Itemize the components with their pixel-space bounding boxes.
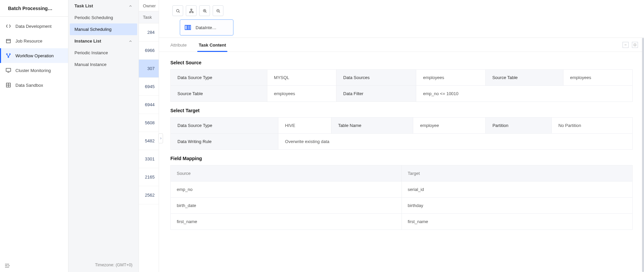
target-type-value: HIVE (278, 118, 331, 134)
write-rule-key: Data Writing Rule (171, 134, 278, 150)
write-rule-value: Overwrite existing data (278, 134, 632, 150)
task-row[interactable]: 2562 (139, 186, 159, 204)
primary-nav-item[interactable]: Cluster Monitoring (0, 63, 68, 78)
search-button[interactable] (172, 5, 183, 16)
primary-nav-item[interactable]: Data Sandbox (0, 78, 68, 92)
data-filter-key: Data Filter (336, 86, 416, 102)
svg-line-30 (219, 11, 220, 12)
data-sources-key: Data Sources (336, 70, 416, 86)
package-icon (5, 38, 11, 44)
primary-nav-label: Data Sandbox (15, 83, 43, 88)
select-target-table: Data Source Type HIVE Table Name employe… (170, 117, 633, 150)
svg-line-8 (8, 55, 10, 57)
primary-nav-item[interactable]: Workflow Operation (0, 48, 68, 63)
primary-nav-label: Cluster Monitoring (15, 68, 51, 73)
primary-nav-item[interactable]: Job Resource (0, 33, 68, 48)
detail-panel-actions (623, 42, 638, 48)
mapping-head-target: Target (401, 165, 633, 182)
sub-nav-group-title: Instance List (74, 39, 101, 44)
svg-rect-36 (634, 44, 636, 46)
task-row[interactable]: 6945 (139, 78, 159, 96)
data-filter-value: emp_no <= 10010 (416, 86, 633, 102)
svg-rect-20 (189, 12, 191, 13)
primary-sidebar: Batch Processing… Data DevelopmentJob Re… (0, 0, 68, 272)
sub-nav-group-title: Task List (74, 3, 93, 8)
task-row[interactable]: 5482 (139, 132, 159, 150)
collapse-sidebar-button[interactable] (4, 263, 10, 269)
sub-nav-item[interactable]: Manual Scheduling (70, 23, 137, 35)
field-mapping-heading: Field Mapping (170, 156, 633, 161)
mapping-row: emp_noserial_id (171, 182, 633, 198)
main-content: DataInte… AttributeTask Content Select S… (159, 0, 644, 272)
svg-point-17 (176, 9, 179, 12)
zoom-out-button[interactable] (213, 5, 223, 16)
source-type-value: MYSQL (267, 70, 336, 86)
task-row[interactable]: 6966 (139, 42, 159, 60)
svg-point-5 (9, 54, 10, 55)
partition-value: No Partition (551, 118, 632, 134)
detail-panel: AttributeTask Content Select Source Data… (159, 38, 644, 272)
column-task-label: Task (139, 11, 159, 23)
timezone-label: Timezone: (GMT+0) (68, 258, 139, 272)
primary-nav-label: Workflow Operation (15, 53, 54, 58)
task-row[interactable]: 5608 (139, 114, 159, 132)
code-brackets-icon (5, 23, 11, 29)
data-integration-icon (184, 24, 192, 31)
workflow-node[interactable]: DataInte… (180, 19, 233, 36)
mapping-target-cell: birthday (401, 198, 633, 214)
svg-rect-21 (192, 12, 193, 13)
svg-rect-34 (190, 25, 191, 30)
mapping-source-cell: emp_no (171, 182, 402, 198)
zoom-out-icon (216, 8, 221, 13)
tree-view-button[interactable] (186, 5, 197, 16)
canvas-toolbar (172, 5, 637, 16)
detail-tab[interactable]: Attribute (170, 38, 186, 52)
column-owner-label: Owner (143, 3, 156, 8)
workflow-node-label: DataInte… (196, 25, 216, 30)
sub-nav-item[interactable]: Manual Instance (68, 59, 139, 70)
mapping-row: first_namefirst_name (171, 214, 633, 230)
detail-tabs-bar: AttributeTask Content (159, 38, 644, 52)
svg-point-4 (6, 54, 7, 55)
mapping-source-cell: first_name (171, 214, 402, 230)
primary-nav-item[interactable]: Data Development (0, 19, 68, 33)
primary-nav-label: Data Development (15, 24, 52, 29)
zoom-in-icon (202, 8, 207, 13)
primary-nav: Data DevelopmentJob ResourceWorkflow Ope… (0, 17, 68, 272)
task-row[interactable]: 3301 (139, 150, 159, 168)
svg-rect-9 (6, 68, 11, 71)
primary-nav-label: Job Resource (15, 39, 42, 44)
task-row[interactable]: 6944 (139, 96, 159, 114)
task-id-column: Owner Task 28469663076945694456085482330… (139, 0, 159, 272)
task-row[interactable]: 307 (139, 60, 159, 78)
mapping-source-cell: birth_date (171, 198, 402, 214)
source-table-key: Source Table (485, 70, 563, 86)
sub-nav-group-header[interactable]: Task List (68, 0, 139, 12)
maximize-panel-icon[interactable] (632, 42, 638, 48)
monitor-icon (5, 67, 11, 73)
detail-tabs: AttributeTask Content (170, 38, 226, 52)
sub-nav-group-header[interactable]: Instance List (68, 35, 139, 47)
svg-rect-2 (6, 40, 10, 43)
detail-tab[interactable]: Task Content (199, 38, 226, 52)
task-row[interactable]: 284 (139, 23, 159, 42)
zoom-in-button[interactable] (199, 5, 210, 16)
svg-line-18 (178, 11, 179, 12)
task-row[interactable]: 2165 (139, 168, 159, 186)
sub-nav-item[interactable]: Periodic Instance (68, 47, 139, 59)
mapping-row: birth_datebirthday (171, 198, 633, 214)
workflow-canvas: DataInte… (159, 0, 644, 38)
sub-nav-item[interactable]: Periodic Scheduling (68, 12, 139, 23)
svg-line-26 (205, 11, 206, 12)
data-sources-value: employees (416, 70, 485, 86)
select-target-heading: Select Target (170, 108, 633, 113)
table-name-key: Table Name (331, 118, 413, 134)
workflow-icon (5, 53, 11, 59)
minimize-panel-icon[interactable] (623, 42, 629, 48)
vertical-scrollbar[interactable] (642, 38, 644, 272)
partition-key: Partition (486, 118, 552, 134)
svg-rect-19 (191, 9, 192, 10)
chevron-up-icon (128, 4, 132, 8)
select-source-heading: Select Source (170, 60, 633, 65)
mapping-head-source: Source (171, 165, 402, 182)
